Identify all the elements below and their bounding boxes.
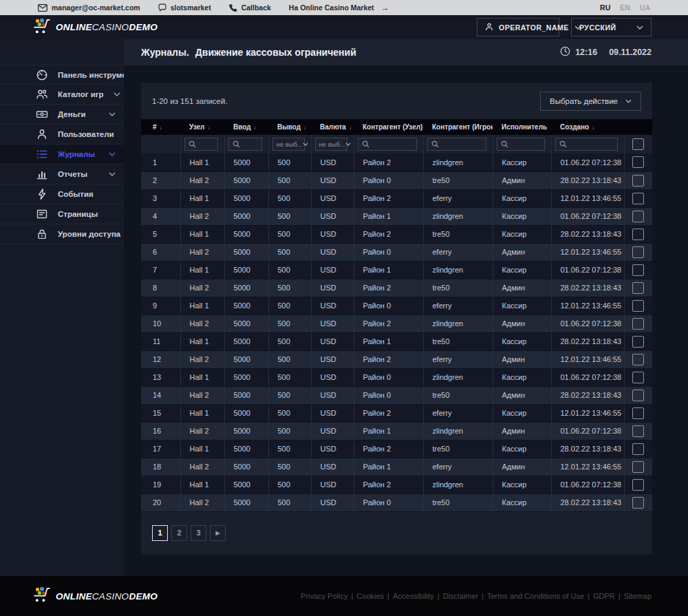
footer-link-cookies[interactable]: Cookies — [356, 592, 384, 600]
lang-ua[interactable]: UA — [640, 3, 650, 12]
interface-language-select[interactable]: РУССКИЙ — [571, 18, 652, 36]
filter-select[interactable]: не выб... — [315, 138, 347, 151]
column-header[interactable]: Узел↓ — [180, 119, 224, 135]
footer-link-gdpr[interactable]: GDPR — [593, 592, 615, 600]
page-button-1[interactable]: 1 — [152, 525, 168, 541]
next-page-button[interactable]: ▶ — [210, 525, 226, 541]
column-header[interactable]: Ввод↓ — [224, 119, 268, 135]
row-checkbox[interactable] — [632, 193, 644, 204]
sort-icon[interactable]: ↓ — [349, 124, 352, 131]
choose-action-button[interactable]: Выбрать действие — [540, 92, 641, 111]
footer-link-terms-and-conditions-of-use[interactable]: Terms and Conditions of Use — [487, 592, 584, 600]
row-checkbox[interactable] — [632, 336, 644, 348]
row-checkbox[interactable] — [632, 211, 644, 222]
column-header[interactable]: Контрагент (Игрок)↓ — [423, 119, 493, 135]
cell: Hall 2 — [180, 458, 224, 476]
cell: Админ — [493, 386, 551, 404]
row-checkbox[interactable] — [632, 229, 644, 240]
column-header[interactable]: Валюта↓ — [311, 119, 354, 135]
sort-icon[interactable]: ↓ — [550, 124, 551, 131]
sidebar-item-dashboard[interactable]: Панель инструментов — [0, 65, 124, 85]
row-checkbox[interactable] — [632, 175, 644, 187]
operator-select[interactable]: OPERATOR_NAME — [477, 18, 559, 36]
email-link[interactable]: manager@oc-market.com — [38, 3, 140, 12]
row-checkbox[interactable] — [632, 443, 644, 455]
filter-search[interactable] — [555, 138, 618, 151]
filter-search[interactable] — [184, 138, 218, 151]
brand-logo[interactable]: ONLINECASINODEMO — [33, 18, 158, 37]
column-header[interactable]: Контрагент (Узел)↓ — [354, 119, 423, 135]
select-all-checkbox[interactable] — [632, 138, 644, 150]
sort-icon[interactable]: ↓ — [160, 124, 163, 131]
cell: Район 0 — [354, 171, 423, 189]
sidebar-item-money[interactable]: Деньги — [0, 105, 124, 125]
footer-link-privacy-policy[interactable]: Privacy Policy — [301, 592, 347, 600]
row-checkbox[interactable] — [632, 407, 644, 419]
cell: Район 2 — [354, 315, 423, 332]
footer-link-accessibility[interactable]: Accessibility — [393, 592, 434, 600]
footer-link-sitemap[interactable]: Sitemap — [624, 592, 652, 600]
lang-en[interactable]: EN — [620, 3, 630, 12]
filter-search-input[interactable] — [372, 140, 413, 148]
cell: USD — [311, 476, 354, 493]
row-checkbox[interactable] — [632, 246, 644, 258]
sidebar-item-games-catalog[interactable]: Каталог игр — [0, 85, 124, 105]
cell: 01.06.22 07:12:38 — [551, 261, 624, 279]
row-checkbox[interactable] — [632, 390, 644, 401]
filter-search[interactable] — [427, 138, 486, 151]
sidebar-item-pages[interactable]: Страницы — [0, 204, 124, 224]
cell: Админ — [493, 350, 551, 368]
footer-brand-logo[interactable]: ONLINECASINODEMO — [33, 586, 158, 606]
filter-select[interactable]: не выб... — [272, 138, 305, 151]
row-checkbox[interactable] — [632, 264, 644, 276]
sort-icon[interactable]: ↓ — [254, 124, 257, 131]
sort-icon[interactable]: ↓ — [207, 124, 211, 131]
cell: USD — [311, 493, 354, 511]
row-checkbox[interactable] — [632, 354, 644, 365]
sort-icon[interactable]: ↓ — [592, 124, 595, 131]
sidebar-item-journals[interactable]: Журналы — [0, 145, 124, 164]
messenger-link[interactable]: slotsmarket — [158, 3, 211, 12]
column-header[interactable]: Исполнитель↓ — [493, 119, 551, 135]
sort-icon[interactable]: ↓ — [303, 124, 307, 131]
column-header[interactable]: #↓ — [141, 119, 180, 135]
page-button-3[interactable]: 3 — [191, 525, 206, 541]
filter-search[interactable] — [228, 138, 262, 151]
row-checkbox[interactable] — [632, 156, 644, 168]
sidebar-item-access-levels[interactable]: Уровни доступа — [0, 224, 124, 244]
column-header[interactable]: Создано↓ — [551, 119, 624, 135]
row-checkbox[interactable] — [632, 479, 644, 491]
filter-search[interactable] — [497, 138, 545, 151]
market-link[interactable]: На Online Casino Market → — [289, 3, 389, 12]
column-header[interactable]: Вывод↓ — [268, 119, 311, 135]
cell: 01.06.22 07:12:38 — [551, 368, 624, 386]
filter-search-input[interactable] — [199, 140, 214, 148]
sidebar-item-reports[interactable]: Отчеты — [0, 164, 124, 184]
row-checkbox[interactable] — [632, 282, 644, 294]
callback-text: Callback — [241, 3, 271, 12]
filter-search-input[interactable] — [511, 140, 541, 148]
row-checkbox[interactable] — [632, 425, 644, 437]
cell: 5000 — [224, 422, 268, 440]
footer-link-disclaimer[interactable]: Disclaimer — [443, 592, 478, 600]
row-checkbox[interactable] — [632, 497, 644, 509]
cell: tre50 — [423, 386, 493, 404]
cell: Hall 1 — [180, 225, 224, 243]
sidebar-item-events[interactable]: События — [0, 184, 124, 204]
callback-link[interactable]: Callback — [229, 3, 271, 12]
filter-search-input[interactable] — [243, 140, 258, 148]
filter-search-input[interactable] — [442, 140, 482, 148]
page-button-2[interactable]: 2 — [171, 525, 187, 541]
lang-ru[interactable]: RU — [600, 3, 610, 12]
row-checkbox[interactable] — [632, 300, 644, 312]
filter-search[interactable] — [358, 138, 417, 151]
filter-search-input[interactable] — [570, 140, 614, 148]
cell: USD — [311, 297, 354, 315]
sidebar-item-users[interactable]: Пользователи — [0, 125, 124, 145]
cell: 5000 — [224, 207, 268, 225]
cell: 12.01.22 13:46:55 — [551, 458, 624, 476]
row-checkbox[interactable] — [632, 461, 644, 473]
dashboard-icon — [36, 69, 48, 81]
row-checkbox[interactable] — [632, 372, 644, 383]
row-checkbox[interactable] — [632, 318, 644, 330]
